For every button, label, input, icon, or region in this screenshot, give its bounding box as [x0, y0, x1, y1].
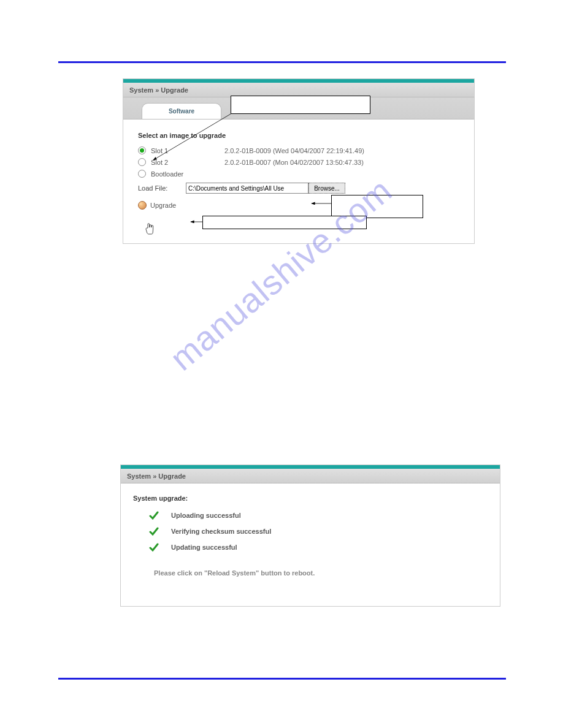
bootloader-label: Bootloader — [151, 170, 224, 178]
slot1-version: 2.0.2-01B-0009 (Wed 04/04/2007 22:19:41.… — [224, 147, 364, 154]
status-row-uploading: Uploading successful — [149, 510, 492, 520]
page-top-rule — [58, 61, 506, 63]
radio-slot2[interactable] — [138, 158, 146, 166]
upgrade-button-label[interactable]: Upgrade — [150, 202, 176, 209]
check-icon — [149, 542, 159, 552]
page-bottom-rule — [58, 678, 506, 680]
upgrade-button-icon[interactable] — [138, 201, 147, 210]
check-icon — [149, 510, 159, 520]
upgrade-status-panel: System » Upgrade System upgrade: Uploadi… — [120, 464, 500, 607]
loadfile-row: Load File: Browse... — [138, 183, 463, 194]
tab-software[interactable]: Software — [142, 103, 221, 119]
breadcrumb-2: System » Upgrade — [121, 469, 500, 483]
radio-slot1[interactable] — [138, 146, 146, 154]
callout-box-right — [331, 195, 423, 218]
radio-bootloader[interactable] — [138, 170, 146, 178]
status-row-updating: Updating successful — [149, 542, 492, 552]
radio-row-slot2: Slot 2 2.0.2-01B-0007 (Mon 04/02/2007 13… — [138, 158, 463, 166]
slot2-version: 2.0.2-01B-0007 (Mon 04/02/2007 13:50:47.… — [224, 159, 364, 166]
hand-cursor-icon — [145, 222, 156, 235]
loadfile-label: Load File: — [138, 184, 186, 192]
slot2-label: Slot 2 — [151, 159, 224, 166]
browse-button[interactable]: Browse... — [308, 183, 345, 194]
radio-row-slot1: Slot 1 2.0.2-01B-0009 (Wed 04/04/2007 22… — [138, 146, 463, 154]
callout-box-top — [231, 96, 370, 114]
status-verifying-text: Verifying checksum successful — [171, 528, 271, 535]
status-row-verifying: Verifying checksum successful — [149, 526, 492, 536]
radio-row-bootloader: Bootloader — [138, 170, 463, 178]
system-upgrade-heading: System upgrade: — [133, 495, 492, 502]
panel2-body: System upgrade: Uploading successful Ver… — [121, 483, 500, 577]
slot1-label: Slot 1 — [151, 147, 224, 154]
reboot-message: Please click on "Reload System" button t… — [154, 569, 492, 577]
status-uploading-text: Uploading successful — [171, 512, 241, 519]
loadfile-input[interactable] — [186, 183, 308, 194]
callout-box-bottom — [202, 216, 367, 229]
select-image-heading: Select an image to upgrade — [138, 132, 463, 139]
check-icon — [149, 526, 159, 536]
status-updating-text: Updating successful — [171, 544, 237, 551]
